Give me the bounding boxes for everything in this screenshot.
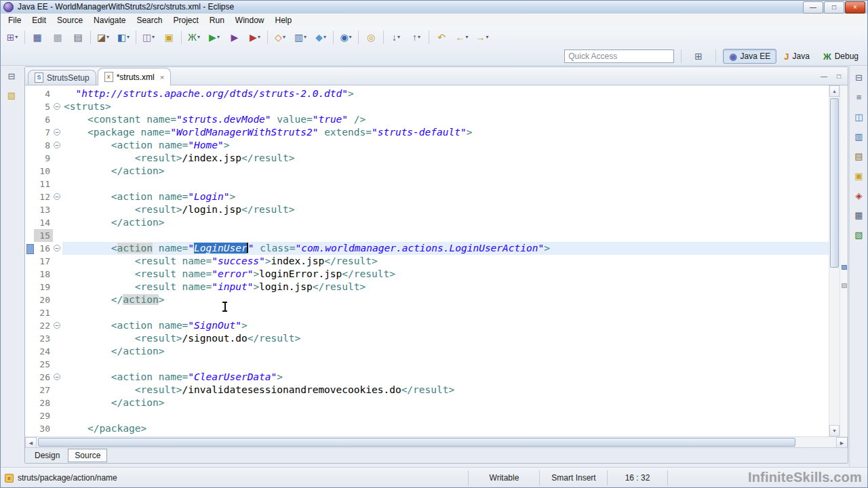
code-token[interactable]: <constant <box>87 114 141 125</box>
occurrence-marker[interactable] <box>842 265 847 270</box>
code-token[interactable]: <action <box>111 371 153 382</box>
horizontal-scroll-track[interactable] <box>37 437 836 447</box>
perspective-debug[interactable]: ЖDebug <box>817 49 865 64</box>
code-token[interactable] <box>64 346 111 357</box>
code-token[interactable]: name= <box>159 320 189 331</box>
code-line[interactable]: 8− <action name="Home"> <box>25 139 829 152</box>
line-number[interactable]: 23 <box>34 332 53 345</box>
code-token[interactable]: name= <box>146 114 176 125</box>
back-button[interactable]: ←▾ <box>452 29 472 45</box>
code-token[interactable] <box>64 294 111 305</box>
code-text[interactable]: <result name="input">login.jsp</result> <box>62 281 829 293</box>
next-annotation-button[interactable]: ↓▾ <box>386 29 406 45</box>
overview-ruler[interactable] <box>840 85 848 436</box>
collapse-icon[interactable]: − <box>54 322 60 329</box>
code-line[interactable]: 16− <action name="LoginUser" class="com.… <box>25 242 829 255</box>
task-list-view-icon[interactable]: ◫ <box>852 110 867 123</box>
code-token[interactable] <box>64 320 111 331</box>
collapse-icon[interactable]: − <box>54 373 60 380</box>
code-line[interactable]: 23 <result>/signout.do</result> <box>25 332 829 345</box>
line-number[interactable]: 7 <box>34 126 53 139</box>
line-number[interactable]: 20 <box>34 293 53 306</box>
code-token[interactable] <box>153 243 159 253</box>
last-edit-location-button[interactable]: ↶ <box>431 29 452 45</box>
line-number[interactable]: 21 <box>34 306 53 319</box>
mark-occurrences-button[interactable]: ▣ <box>159 29 179 45</box>
restore-right-views-icon[interactable]: ⊟ <box>852 70 867 84</box>
line-number[interactable]: 26 <box>34 371 53 384</box>
code-line[interactable]: 12− <action name="Login"> <box>25 190 829 203</box>
code-token[interactable]: > <box>265 256 271 266</box>
collapse-icon[interactable]: − <box>54 245 60 251</box>
code-line[interactable]: 4 "http://struts.apache.org/dtds/struts-… <box>25 87 829 100</box>
line-number[interactable]: 10 <box>34 165 53 178</box>
code-token[interactable]: <result> <box>135 384 182 395</box>
code-token[interactable]: action <box>123 294 158 305</box>
code-token[interactable]: </result> <box>401 384 455 395</box>
code-token[interactable] <box>64 268 135 279</box>
new-java-ee-project-button[interactable]: ◪▾ <box>93 29 113 45</box>
code-token[interactable]: " <box>188 243 194 253</box>
code-token[interactable]: <action <box>111 191 153 202</box>
restore-project-explorer-icon[interactable]: ⊟ <box>4 69 19 83</box>
menu-project[interactable]: Project <box>167 14 203 27</box>
code-line[interactable]: 21 <box>25 306 829 319</box>
code-text[interactable] <box>62 229 829 242</box>
vertical-scrollbar[interactable]: ▲ ▼ <box>829 85 840 436</box>
code-token[interactable]: <result> <box>135 152 182 163</box>
code-token[interactable] <box>64 384 135 395</box>
code-token[interactable]: "http://struts.apache.org/dtds/struts-2.… <box>75 88 348 99</box>
code-token[interactable]: </result> <box>241 152 295 163</box>
code-text[interactable]: </action> <box>62 396 829 409</box>
code-token[interactable]: </action> <box>111 346 165 357</box>
line-number[interactable]: 11 <box>34 178 53 190</box>
code-token[interactable]: "struts.devMode" <box>176 114 271 125</box>
code-text[interactable]: <result name="error">loginError.jsp</res… <box>62 268 829 281</box>
line-number[interactable]: 4 <box>34 87 53 100</box>
code-token[interactable]: loginError.jsp <box>259 268 342 279</box>
code-line[interactable]: 14 </action> <box>25 216 829 229</box>
code-token[interactable]: "com.worldmanager.actions.LoginUserActio… <box>296 243 545 253</box>
code-token[interactable]: name= <box>159 371 189 382</box>
debug-button[interactable]: Ж▾ <box>184 29 204 45</box>
code-token[interactable]: name= <box>182 268 212 279</box>
markers-view-icon[interactable]: ◈ <box>852 188 867 202</box>
line-number[interactable]: 12 <box>34 190 53 203</box>
code-token[interactable] <box>64 165 111 176</box>
new-server-button[interactable]: ▥▾ <box>290 29 311 45</box>
code-token[interactable] <box>64 127 87 138</box>
data-source-view-icon[interactable]: ▤ <box>852 149 867 163</box>
code-token[interactable] <box>318 127 324 138</box>
console-view-icon[interactable]: ▧ <box>852 228 867 241</box>
code-token[interactable]: </ <box>111 294 123 305</box>
forward-button[interactable]: →▾ <box>472 29 492 45</box>
code-line[interactable]: 10 </action> <box>25 165 829 178</box>
code-token[interactable]: login.jsp <box>259 281 313 292</box>
code-token[interactable] <box>135 127 141 138</box>
code-text[interactable]: </action> <box>62 216 829 229</box>
code-text[interactable]: <struts> <box>62 100 829 113</box>
save-button[interactable]: ▦ <box>27 29 47 45</box>
code-token[interactable] <box>64 397 111 408</box>
minimize-editor-button[interactable]: — <box>818 70 830 82</box>
servers-view-icon[interactable]: ▥ <box>852 129 867 143</box>
code-token[interactable]: < <box>111 243 117 253</box>
java-element-button[interactable]: ◇▾ <box>270 29 290 45</box>
code-token[interactable] <box>176 268 182 279</box>
open-task-button[interactable]: ◫▾ <box>138 29 159 45</box>
code-token[interactable] <box>348 114 354 125</box>
code-line[interactable]: 5−<struts> <box>25 100 829 113</box>
tab-struts-xml[interactable]: x*struts.xml× <box>98 68 171 85</box>
code-text[interactable]: <result>/signout.do</result> <box>62 332 829 345</box>
code-token[interactable]: "error" <box>212 268 253 279</box>
line-number[interactable]: 28 <box>34 396 53 409</box>
menu-help[interactable]: Help <box>270 14 298 27</box>
print-button[interactable]: ▤ <box>68 29 88 45</box>
save-all-button[interactable]: ▩ <box>47 29 68 45</box>
code-token[interactable]: /login.jsp <box>182 204 241 215</box>
code-text[interactable]: <result>/index.jsp</result> <box>62 152 829 165</box>
line-number[interactable]: 9 <box>34 152 53 165</box>
scroll-down-arrow[interactable]: ▼ <box>829 425 840 436</box>
code-token[interactable] <box>64 152 135 163</box>
code-line[interactable]: 30 </package> <box>25 422 829 435</box>
